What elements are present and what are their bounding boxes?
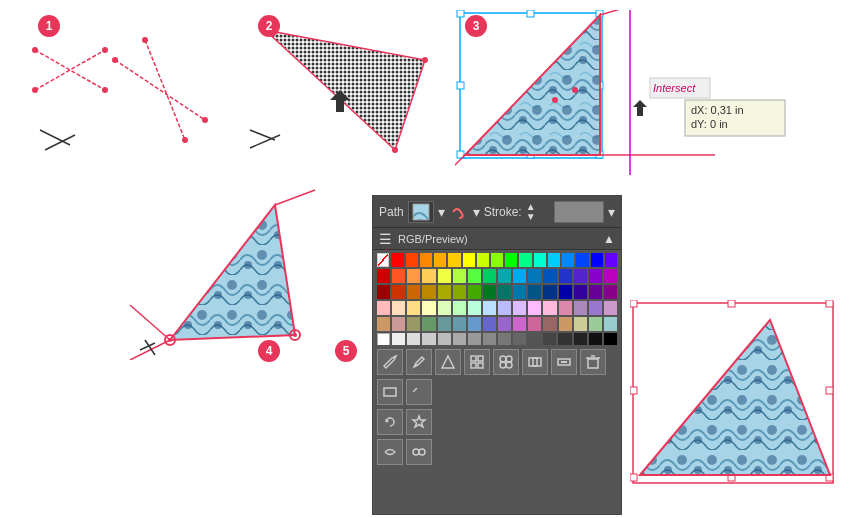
color-swatch[interactable] bbox=[559, 301, 572, 315]
symbol-tool[interactable] bbox=[406, 439, 432, 465]
color-swatch[interactable] bbox=[543, 317, 556, 331]
color-swatch[interactable] bbox=[463, 253, 475, 267]
pencil-tool[interactable] bbox=[406, 349, 432, 375]
color-swatch[interactable] bbox=[438, 269, 451, 283]
color-swatch[interactable] bbox=[543, 285, 556, 299]
color-swatch[interactable] bbox=[407, 285, 420, 299]
dropdown-arrow-strokecolor[interactable]: ▾ bbox=[608, 204, 615, 220]
color-swatch[interactable] bbox=[438, 317, 451, 331]
color-swatch[interactable] bbox=[528, 269, 541, 283]
delete-tool[interactable] bbox=[580, 349, 606, 375]
color-swatch[interactable] bbox=[498, 317, 511, 331]
color-swatch[interactable] bbox=[392, 317, 405, 331]
color-swatch[interactable] bbox=[543, 269, 556, 283]
subtract-tool[interactable] bbox=[551, 349, 577, 375]
color-swatch[interactable] bbox=[483, 301, 496, 315]
scroll-up-icon[interactable]: ▲ bbox=[603, 232, 615, 246]
color-swatch[interactable] bbox=[559, 269, 572, 283]
shape-tool[interactable] bbox=[435, 349, 461, 375]
color-swatch[interactable] bbox=[513, 285, 526, 299]
color-swatch[interactable] bbox=[543, 301, 556, 315]
color-swatch[interactable] bbox=[528, 317, 541, 331]
color-swatch[interactable] bbox=[420, 253, 432, 267]
color-swatch[interactable] bbox=[422, 317, 435, 331]
color-swatch[interactable] bbox=[422, 285, 435, 299]
color-swatch[interactable] bbox=[513, 269, 526, 283]
color-swatch[interactable] bbox=[591, 253, 603, 267]
color-swatch[interactable] bbox=[574, 301, 587, 315]
color-swatch[interactable] bbox=[604, 317, 617, 331]
color-swatch[interactable] bbox=[513, 317, 526, 331]
pen-tool[interactable] bbox=[377, 349, 403, 375]
color-swatch[interactable] bbox=[448, 253, 460, 267]
color-swatch[interactable] bbox=[438, 285, 451, 299]
color-swatch[interactable] bbox=[468, 317, 481, 331]
dropdown-arrow-stroke[interactable]: ▾ bbox=[473, 204, 480, 220]
warp-tool[interactable] bbox=[377, 439, 403, 465]
color-swatch[interactable] bbox=[589, 269, 602, 283]
color-swatch[interactable] bbox=[491, 253, 503, 267]
color-swatch[interactable] bbox=[589, 317, 602, 331]
color-swatch[interactable] bbox=[498, 269, 511, 283]
ellipse-grid-tool[interactable] bbox=[493, 349, 519, 375]
color-swatch[interactable] bbox=[468, 301, 481, 315]
color-swatch[interactable] bbox=[468, 269, 481, 283]
color-swatch[interactable] bbox=[377, 269, 390, 283]
color-swatch[interactable] bbox=[453, 317, 466, 331]
color-swatch[interactable] bbox=[468, 285, 481, 299]
color-swatch[interactable] bbox=[519, 253, 531, 267]
color-swatch[interactable] bbox=[422, 301, 435, 315]
no-fill-swatch[interactable] bbox=[377, 253, 389, 267]
color-swatch[interactable] bbox=[548, 253, 560, 267]
rotate-tool[interactable] bbox=[377, 409, 403, 435]
color-swatch[interactable] bbox=[453, 301, 466, 315]
color-swatch[interactable] bbox=[589, 285, 602, 299]
color-swatch[interactable] bbox=[406, 253, 418, 267]
color-swatch[interactable] bbox=[392, 285, 405, 299]
color-swatch[interactable] bbox=[513, 301, 526, 315]
color-swatch[interactable] bbox=[377, 285, 390, 299]
stroke-icon[interactable] bbox=[449, 202, 469, 222]
color-swatch[interactable] bbox=[453, 285, 466, 299]
rounded-rect-tool[interactable] bbox=[406, 379, 432, 405]
color-swatch[interactable] bbox=[498, 301, 511, 315]
menu-icon[interactable]: ☰ bbox=[379, 231, 392, 247]
fill-selector[interactable] bbox=[408, 201, 434, 223]
color-swatch[interactable] bbox=[407, 301, 420, 315]
color-swatch[interactable] bbox=[483, 285, 496, 299]
color-swatch[interactable] bbox=[477, 253, 489, 267]
color-swatch[interactable] bbox=[574, 317, 587, 331]
color-swatch[interactable] bbox=[377, 317, 390, 331]
stroke-stepper[interactable]: ▲▼ bbox=[526, 202, 536, 222]
color-swatch[interactable] bbox=[453, 269, 466, 283]
overlap-tool[interactable] bbox=[522, 349, 548, 375]
color-swatch[interactable] bbox=[422, 269, 435, 283]
rect-grid-tool[interactable] bbox=[464, 349, 490, 375]
color-swatch[interactable] bbox=[407, 269, 420, 283]
color-swatch[interactable] bbox=[574, 269, 587, 283]
color-swatch[interactable] bbox=[559, 285, 572, 299]
color-swatch[interactable] bbox=[528, 301, 541, 315]
color-swatch[interactable] bbox=[589, 301, 602, 315]
color-swatch[interactable] bbox=[483, 317, 496, 331]
rect-tool[interactable] bbox=[377, 379, 403, 405]
star-tool[interactable] bbox=[406, 409, 432, 435]
color-swatch[interactable] bbox=[407, 317, 420, 331]
color-swatch[interactable] bbox=[559, 317, 572, 331]
color-swatch[interactable] bbox=[483, 269, 496, 283]
color-swatch[interactable] bbox=[528, 285, 541, 299]
color-swatch[interactable] bbox=[438, 301, 451, 315]
dropdown-arrow-fill[interactable]: ▾ bbox=[438, 204, 445, 220]
color-swatch[interactable] bbox=[377, 301, 390, 315]
color-swatch[interactable] bbox=[576, 253, 588, 267]
color-swatch[interactable] bbox=[498, 285, 511, 299]
color-swatch[interactable] bbox=[562, 253, 574, 267]
color-swatch[interactable] bbox=[391, 253, 403, 267]
color-swatch[interactable] bbox=[574, 285, 587, 299]
color-swatch[interactable] bbox=[392, 269, 405, 283]
stroke-color-box[interactable] bbox=[554, 201, 604, 223]
color-swatch[interactable] bbox=[505, 253, 517, 267]
color-swatch[interactable] bbox=[604, 301, 617, 315]
color-swatch[interactable] bbox=[605, 253, 617, 267]
color-swatch[interactable] bbox=[604, 269, 617, 283]
